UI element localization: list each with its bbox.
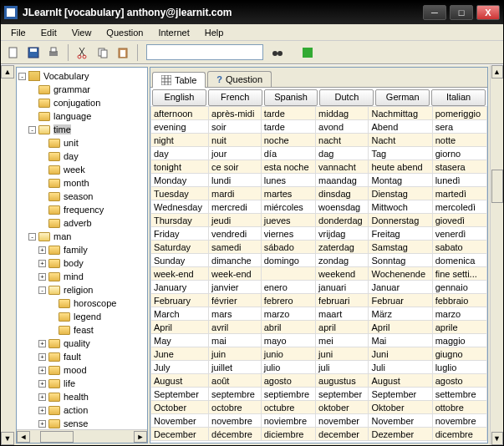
tree-toggle[interactable]: +	[38, 420, 46, 428]
table-cell[interactable]: mei	[316, 334, 369, 347]
table-cell[interactable]: woensdag	[316, 200, 369, 214]
table-cell[interactable]: March	[151, 307, 209, 321]
tree-toggle[interactable]: +	[38, 353, 46, 361]
tree-toggle[interactable]: -	[28, 233, 36, 241]
table-cell[interactable]: enero	[261, 281, 315, 294]
table-cell[interactable]: sera	[432, 120, 486, 134]
table-cell[interactable]: november	[316, 414, 369, 428]
table-cell[interactable]: zaterdag	[316, 241, 369, 254]
table-cell[interactable]: Thursday	[151, 214, 209, 227]
table-cell[interactable]: miércoles	[261, 200, 315, 214]
table-cell[interactable]: junio	[261, 347, 315, 361]
paste-button[interactable]	[114, 43, 132, 62]
tree[interactable]: -Vocabularygrammarconjugationlanguage-ti…	[17, 68, 147, 429]
table-cell[interactable]: Dezember	[369, 428, 432, 441]
tree-item-action[interactable]: +action	[18, 403, 145, 417]
menu-question[interactable]: Question	[99, 26, 150, 39]
table-row[interactable]: DecemberdécembrediciembredecemberDezembe…	[151, 428, 487, 441]
lang-header-french[interactable]: French	[208, 89, 262, 106]
table-cell[interactable]: giugno	[432, 347, 486, 361]
right-scrollbar[interactable]: ▲ ▼	[490, 65, 503, 445]
table-cell[interactable]: febrero	[261, 294, 315, 307]
table-cell[interactable]: ottobre	[432, 401, 486, 414]
table-cell[interactable]: juillet	[209, 361, 262, 374]
table-scroll[interactable]: afternoonaprès-miditardemiddagNachmittag…	[150, 106, 487, 443]
table-cell[interactable]: vendredi	[209, 227, 262, 241]
table-row[interactable]: FebruaryfévrierfebrerofebruariFebruarfeb…	[151, 294, 487, 307]
table-cell[interactable]: Juni	[369, 347, 432, 361]
tab-question[interactable]: ? Question	[207, 71, 272, 87]
table-cell[interactable]: mars	[209, 307, 262, 321]
table-cell[interactable]: mercredi	[209, 200, 262, 214]
tree-item-language[interactable]: language	[18, 109, 145, 123]
table-cell[interactable]: Mai	[369, 334, 432, 347]
tree-item-sense[interactable]: +sense	[18, 417, 145, 429]
table-row[interactable]: NovembernovembrenoviembrenovemberNovembe…	[151, 414, 487, 428]
table-cell[interactable]: januari	[316, 281, 369, 294]
table-cell[interactable]: julio	[261, 361, 315, 374]
table-row[interactable]: nightnuitnochenachtNachtnotte	[151, 134, 487, 147]
tree-toggle[interactable]: -	[28, 126, 36, 134]
table-cell[interactable]: mercoledì	[432, 200, 486, 214]
tree-item-frequency[interactable]: frequency	[18, 203, 145, 216]
table-cell[interactable]: mai	[209, 334, 262, 347]
table-cell[interactable]: Montag	[369, 174, 432, 187]
table-cell[interactable]: Mittwoch	[369, 200, 432, 214]
tree-toggle[interactable]: +	[38, 380, 46, 388]
table-row[interactable]: MaymaimayomeiMaimaggio	[151, 334, 487, 347]
table-cell[interactable]: sabato	[432, 241, 486, 254]
table-cell[interactable]: juin	[209, 347, 262, 361]
tree-item-mind[interactable]: +mind	[18, 270, 145, 283]
table-cell[interactable]: Sunday	[151, 254, 209, 267]
table-cell[interactable]: nacht	[316, 134, 369, 147]
tree-item-month[interactable]: month	[18, 176, 145, 190]
table-cell[interactable]: martes	[261, 187, 315, 200]
table-row[interactable]: week-endweek-endweekendWochenendefine se…	[151, 267, 487, 281]
table-cell[interactable]: après-midi	[209, 107, 262, 120]
table-cell[interactable]: octobre	[209, 401, 262, 414]
action-button[interactable]	[298, 43, 317, 62]
print-button[interactable]	[44, 43, 63, 62]
table-cell[interactable]: janvier	[209, 281, 262, 294]
tree-hscrollbar[interactable]: ◄ ►	[17, 429, 147, 443]
table-cell[interactable]: marzo	[432, 307, 486, 321]
tree-toggle[interactable]: +	[38, 393, 46, 401]
table-cell[interactable]: September	[151, 388, 209, 401]
tree-toggle[interactable]: +	[38, 407, 46, 414]
table-cell[interactable]: juli	[316, 361, 369, 374]
table-row[interactable]: tonightce soiresta nochevannachtheute ab…	[151, 160, 487, 174]
table-cell[interactable]: dimanche	[209, 254, 262, 267]
tree-root[interactable]: -Vocabulary	[18, 69, 145, 83]
table-cell[interactable]: maggio	[432, 334, 486, 347]
lang-header-english[interactable]: English	[152, 89, 206, 106]
table-cell[interactable]: mardi	[209, 187, 262, 200]
table-cell[interactable]: evening	[151, 120, 209, 134]
table-cell[interactable]: lundi	[209, 174, 262, 187]
tree-toggle[interactable]: +	[38, 273, 46, 281]
table-row[interactable]: ThursdayjeudijuevesdonderdagDonnerstaggi…	[151, 214, 487, 227]
table-cell[interactable]: april	[316, 321, 369, 334]
table-cell[interactable]: Januar	[369, 281, 432, 294]
table-cell[interactable]: vannacht	[316, 160, 369, 174]
table-cell[interactable]: viernes	[261, 227, 315, 241]
tree-item-fault[interactable]: +fault	[18, 350, 145, 363]
table-cell[interactable]: domenica	[432, 254, 486, 267]
table-cell[interactable]: vrijdag	[316, 227, 369, 241]
table-cell[interactable]: Tag	[369, 147, 432, 160]
tree-item-religion[interactable]: -religion	[18, 283, 145, 296]
table-row[interactable]: WednesdaymercredimiércoleswoensdagMittwo…	[151, 200, 487, 214]
table-cell[interactable]: febbraio	[432, 294, 486, 307]
tree-item-adverb[interactable]: adverb	[18, 216, 145, 230]
table-cell[interactable]: pomeriggio	[432, 107, 486, 120]
tree-item-mood[interactable]: +mood	[18, 363, 145, 377]
table-cell[interactable]: domingo	[261, 254, 315, 267]
table-cell[interactable]: February	[151, 294, 209, 307]
table-cell[interactable]: August	[151, 374, 209, 388]
table-cell[interactable]: augustus	[316, 374, 369, 388]
table-cell[interactable]: June	[151, 347, 209, 361]
table-cell[interactable]: Tuesday	[151, 187, 209, 200]
tree-item-unit[interactable]: unit	[18, 136, 145, 150]
table-cell[interactable]: Wochenende	[369, 267, 432, 281]
maximize-button[interactable]: □	[450, 5, 473, 20]
table-row[interactable]: MarchmarsmarzomaartMärzmarzo	[151, 307, 487, 321]
